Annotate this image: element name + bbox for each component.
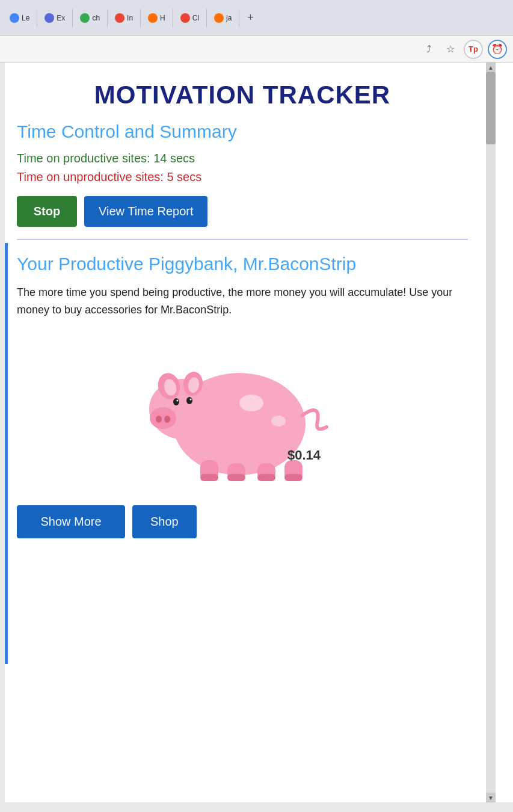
tp-extension-badge[interactable]: Tp	[464, 40, 483, 59]
svg-point-6	[150, 407, 176, 429]
svg-point-10	[186, 397, 192, 404]
tab-icon-7	[214, 13, 224, 23]
tab-icon-6	[180, 13, 190, 23]
tab-3[interactable]: ch	[75, 11, 105, 25]
scrollbar-thumb[interactable]	[486, 72, 496, 144]
svg-rect-18	[227, 474, 245, 481]
time-control-title: Time Control and Summary	[17, 121, 468, 142]
main-content: MOTIVATION TRACKER Time Control and Summ…	[5, 63, 486, 802]
tab-divider-6	[206, 9, 207, 27]
scrollbar[interactable]: ▲ ▼	[486, 63, 496, 802]
scrollbar-arrow-up[interactable]: ▲	[486, 63, 496, 72]
left-accent-bar	[5, 243, 8, 664]
bottom-buttons: Show More Shop	[17, 505, 468, 538]
pig-money-amount: $0.14	[287, 448, 321, 463]
shop-button[interactable]: Shop	[132, 505, 197, 538]
content-wrapper: MOTIVATION TRACKER Time Control and Summ…	[5, 63, 513, 802]
browser-tabs: Le Ex ch In H Cl ja +	[0, 0, 513, 36]
browser-toolbar: ⤴ ☆ Tp ⏰	[0, 36, 513, 63]
pig-illustration-container: $0.14	[146, 331, 339, 487]
pig-svg	[146, 331, 339, 487]
show-more-button[interactable]: Show More	[17, 505, 125, 538]
piggybank-title: Your Productive Piggybank, Mr.BaconStrip	[17, 252, 468, 275]
piggybank-description: The more time you spend being productive…	[17, 284, 468, 319]
svg-point-11	[177, 399, 179, 401]
star-icon[interactable]: ☆	[442, 41, 459, 58]
tab-divider-3	[107, 9, 108, 27]
tab-1[interactable]: Le	[5, 11, 34, 25]
stop-button[interactable]: Stop	[17, 196, 77, 227]
tab-5[interactable]: H	[143, 11, 170, 25]
control-buttons: Stop View Time Report	[17, 196, 468, 227]
tab-divider-4	[140, 9, 141, 27]
app-title: MOTIVATION TRACKER	[17, 81, 468, 109]
svg-rect-20	[284, 474, 303, 481]
productive-time-label: Time on productive sites: 14 secs	[17, 152, 468, 165]
svg-point-8	[164, 416, 170, 423]
svg-point-21	[239, 395, 263, 411]
tab-divider-2	[72, 9, 73, 27]
new-tab-button[interactable]: +	[242, 10, 259, 26]
tab-2[interactable]: Ex	[40, 11, 70, 25]
tab-divider-1	[37, 9, 37, 27]
svg-rect-19	[257, 474, 275, 481]
tab-4[interactable]: In	[110, 11, 138, 25]
tab-divider-7	[239, 9, 239, 27]
tab-7[interactable]: ja	[209, 11, 236, 25]
svg-point-22	[271, 416, 286, 426]
tab-icon-2	[45, 13, 54, 23]
share-icon[interactable]: ⤴	[420, 41, 437, 58]
tab-6[interactable]: Cl	[176, 11, 204, 25]
clock-extension-badge[interactable]: ⏰	[488, 40, 507, 59]
svg-rect-17	[200, 474, 218, 481]
section-divider	[17, 239, 468, 240]
scrollbar-arrow-down[interactable]: ▼	[486, 793, 496, 802]
unproductive-time-label: Time on unproductive sites: 5 secs	[17, 170, 468, 184]
tab-icon-5	[148, 13, 158, 23]
svg-point-12	[190, 398, 192, 400]
tab-icon-1	[10, 13, 19, 23]
tab-icon-4	[115, 13, 124, 23]
svg-point-7	[156, 416, 162, 423]
view-report-button[interactable]: View Time Report	[84, 196, 207, 227]
tab-icon-3	[80, 13, 90, 23]
tab-divider-5	[173, 9, 173, 27]
svg-point-9	[173, 398, 179, 405]
